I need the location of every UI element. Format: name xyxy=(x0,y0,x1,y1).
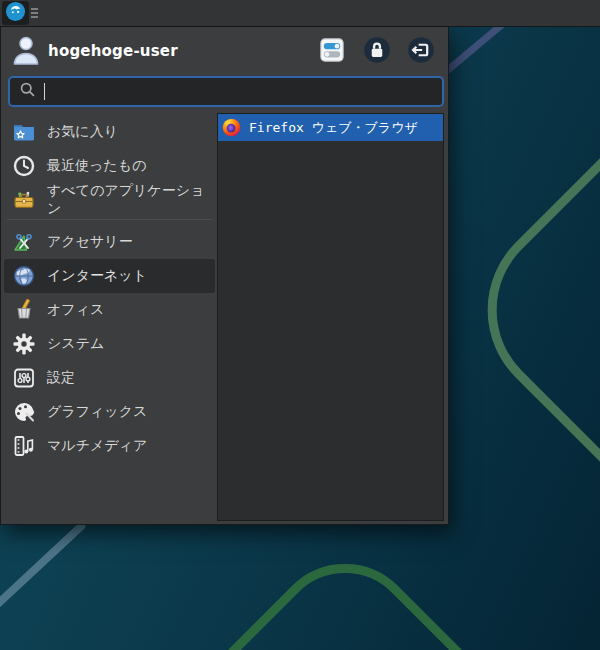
category-label: グラフィックス xyxy=(47,403,147,421)
search-field[interactable] xyxy=(8,76,444,107)
category-office[interactable]: オフィス xyxy=(4,293,215,327)
category-label: 設定 xyxy=(47,369,75,387)
category-favorites[interactable]: お気に入り xyxy=(4,115,215,149)
palette-icon xyxy=(12,400,36,424)
toolbox-icon xyxy=(12,188,36,212)
top-panel xyxy=(0,0,600,27)
pencil-cup-icon xyxy=(12,298,36,322)
wallpaper-diamond-green xyxy=(448,0,600,619)
globe-icon xyxy=(12,264,36,288)
user-avatar xyxy=(11,33,41,67)
distro-logo-icon xyxy=(5,1,26,26)
category-recently-used[interactable]: 最近使ったもの xyxy=(4,149,215,183)
sidebar-separator xyxy=(7,219,212,220)
wallpaper-diamond-dark-green xyxy=(106,533,584,650)
category-label: システム xyxy=(47,335,104,353)
gear-icon xyxy=(12,332,36,356)
category-graphics[interactable]: グラフィックス xyxy=(4,395,215,429)
category-label: すべてのアプリケーション xyxy=(47,182,215,218)
category-label: マルチメディア xyxy=(47,437,147,455)
application-list: Firefox ウェブ・ブラウザ xyxy=(217,113,444,521)
app-item-label: Firefox ウェブ・ブラウザ xyxy=(249,119,418,137)
app-item-firefox[interactable]: Firefox ウェブ・ブラウザ xyxy=(218,114,443,141)
favorites-folder-star-icon xyxy=(12,120,36,144)
logout-button[interactable] xyxy=(402,33,440,71)
category-label: お気に入り xyxy=(47,123,118,141)
logout-icon xyxy=(407,36,435,68)
wallpaper-line-steel xyxy=(0,520,87,611)
settings-toggles-icon xyxy=(318,36,346,68)
category-system[interactable]: システム xyxy=(4,327,215,361)
category-internet[interactable]: インターネット xyxy=(4,259,215,293)
whisker-menu: hogehoge-user xyxy=(0,26,449,525)
category-label: インターネット xyxy=(47,267,147,285)
username-label: hogehoge-user xyxy=(48,42,178,60)
category-label: 最近使ったもの xyxy=(47,157,146,175)
accessories-icon xyxy=(12,230,36,254)
sliders-icon xyxy=(12,366,36,390)
clock-icon xyxy=(12,154,36,178)
category-accessories[interactable]: アクセサリー xyxy=(4,225,215,259)
lock-screen-button[interactable] xyxy=(358,33,396,71)
filmstrip-note-icon xyxy=(12,434,36,458)
panel-handle-icon[interactable] xyxy=(31,8,38,18)
search-icon xyxy=(19,81,36,102)
applications-menu-button[interactable] xyxy=(2,1,29,25)
firefox-icon xyxy=(221,117,242,138)
category-label: オフィス xyxy=(47,301,104,319)
lock-icon xyxy=(363,36,391,68)
search-input[interactable] xyxy=(45,78,442,105)
all-settings-button[interactable] xyxy=(313,33,351,71)
category-multimedia[interactable]: マルチメディア xyxy=(4,429,215,463)
category-label: アクセサリー xyxy=(47,233,133,251)
category-settings[interactable]: 設定 xyxy=(4,361,215,395)
category-all-applications[interactable]: すべてのアプリケーション xyxy=(4,183,215,217)
